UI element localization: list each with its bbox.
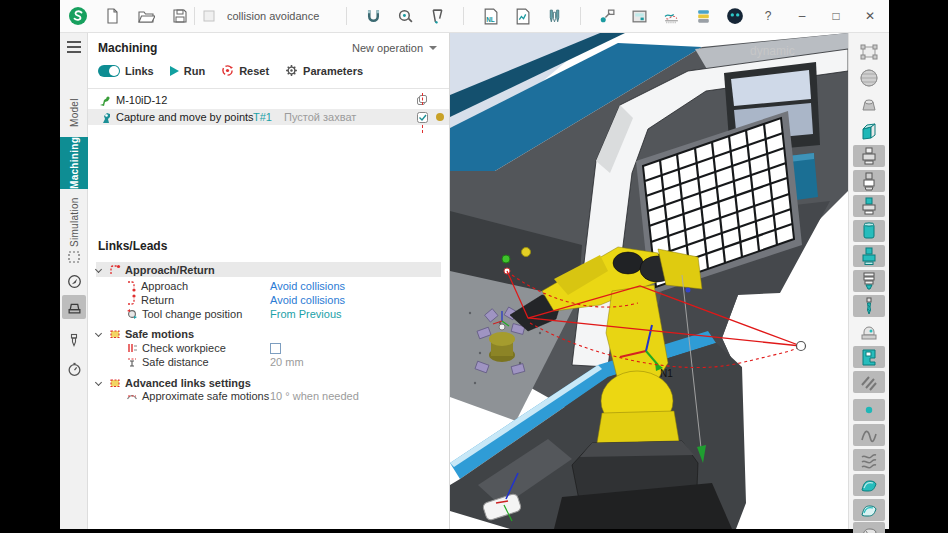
run-button[interactable]: Run <box>170 65 205 77</box>
approach-value[interactable]: Avoid collisions <box>270 280 345 292</box>
row-return[interactable]: Return Avoid collisions <box>96 293 441 307</box>
row-tool-change[interactable]: Tool change position From Previous <box>96 307 441 321</box>
group-safe-motions[interactable]: Safe motions <box>96 326 441 341</box>
advanced-links-icon <box>109 377 121 389</box>
timer-icon[interactable] <box>62 357 86 381</box>
magnet-icon[interactable] <box>363 6 383 26</box>
status-dot <box>436 113 444 121</box>
divider <box>463 7 464 25</box>
row-label: Tool change position <box>142 308 242 320</box>
geometry-toolbar <box>848 33 889 529</box>
tab-model[interactable]: Model <box>60 91 88 135</box>
viewport-scene: N1 dynamic <box>450 33 848 529</box>
reset-button[interactable]: Reset <box>221 64 269 77</box>
tool-holder-3-icon[interactable] <box>853 195 885 217</box>
surface-teal-icon[interactable] <box>853 474 885 496</box>
selection-tool-icon[interactable] <box>62 245 86 269</box>
new-document-icon[interactable] <box>102 6 122 26</box>
open-project-icon[interactable] <box>136 6 156 26</box>
tab-machining[interactable]: Machining <box>60 137 88 189</box>
row-approximate-safe-motions[interactable]: Approximate safe motions 10 ° when neede… <box>96 389 441 403</box>
approximate-motions-value[interactable]: 10 ° when needed <box>270 390 359 402</box>
operation-checkbox[interactable] <box>416 111 429 124</box>
tool-holder-4-icon[interactable] <box>853 245 885 267</box>
watermark: dynamic <box>750 44 795 58</box>
caliper-icon[interactable] <box>427 6 447 26</box>
row-label: Check workpiece <box>142 342 226 354</box>
chevron-down-icon <box>95 330 102 337</box>
svg-text:NL: NL <box>486 15 495 22</box>
parameters-button[interactable]: Parameters <box>285 64 363 77</box>
tool-holder-1-icon[interactable] <box>853 145 885 167</box>
machine-head-icon[interactable] <box>853 321 885 343</box>
chart-icon[interactable] <box>661 6 681 26</box>
close-button[interactable]: ✕ <box>859 9 881 23</box>
row-label: Approach <box>141 280 188 292</box>
surface-gray-icon[interactable] <box>853 522 885 533</box>
tool-library-icon[interactable] <box>544 6 564 26</box>
reset-label: Reset <box>239 65 269 77</box>
row-approach[interactable]: Approach Avoid collisions <box>96 279 441 293</box>
tool-holder-2-icon[interactable] <box>853 170 885 192</box>
tree-row-operation[interactable]: Capture and move by points T#1 Пустой за… <box>88 109 449 125</box>
row-check-workpiece[interactable]: Check workpiece <box>96 341 441 355</box>
layers-icon[interactable] <box>693 6 713 26</box>
compass-icon[interactable] <box>62 269 86 293</box>
row-label: Safe distance <box>142 356 209 368</box>
surface-light-icon[interactable] <box>853 499 885 521</box>
tab-simulation[interactable]: Simulation <box>60 193 88 251</box>
point-icon[interactable] <box>853 399 885 421</box>
run-label: Run <box>184 65 205 77</box>
assistant-icon[interactable] <box>725 6 745 26</box>
check-workpiece-checkbox[interactable] <box>270 343 281 354</box>
save-project-icon[interactable] <box>170 6 190 26</box>
point-label: N1 <box>660 368 673 379</box>
tooling-icon[interactable] <box>62 328 86 352</box>
new-operation-dropdown[interactable]: New operation <box>352 42 437 54</box>
machining-panel: Machining New operation Links Run Reset … <box>88 33 450 529</box>
links-toggle[interactable]: Links <box>98 65 154 77</box>
sphere-icon[interactable] <box>853 67 885 89</box>
play-icon <box>170 66 179 76</box>
tool-dome-icon[interactable] <box>853 270 885 292</box>
group-advanced-links[interactable]: Advanced links settings <box>96 375 441 390</box>
tool-cylinder-icon[interactable] <box>853 220 885 242</box>
maximize-button[interactable]: □ <box>825 9 847 23</box>
waves-icon[interactable] <box>853 449 885 471</box>
document-icon <box>199 6 219 26</box>
collision-marker-line <box>422 125 423 133</box>
machine-panel-icon[interactable] <box>629 6 649 26</box>
new-operation-label: New operation <box>352 42 423 54</box>
safe-distance-value[interactable]: 20 mm <box>270 356 304 368</box>
hatch-icon[interactable] <box>853 371 885 393</box>
row-safe-distance[interactable]: Safe distance 20 mm <box>96 355 441 369</box>
divider <box>194 7 195 25</box>
approximate-motions-icon <box>126 390 138 402</box>
drill-icon[interactable] <box>853 295 885 317</box>
report-icon[interactable] <box>512 6 532 26</box>
viewport-3d[interactable]: N1 dynamic <box>450 33 848 529</box>
cube-icon[interactable] <box>853 121 885 143</box>
menu-icon[interactable] <box>67 41 81 53</box>
cone-icon[interactable] <box>853 95 885 117</box>
app-logo-icon[interactable] <box>68 6 88 26</box>
machine-teal-icon[interactable] <box>853 346 885 368</box>
spline-icon[interactable] <box>853 424 885 446</box>
minimize-button[interactable]: – <box>791 9 813 23</box>
divider <box>88 88 449 89</box>
approach-return-icon <box>109 264 121 276</box>
workpiece-fixture-icon[interactable] <box>853 41 885 63</box>
help-button[interactable]: ? <box>757 9 779 23</box>
reset-icon <box>221 64 234 77</box>
tool-change-value[interactable]: From Previous <box>270 308 342 320</box>
group-approach-return[interactable]: Approach/Return <box>96 262 441 277</box>
tree-row-machine[interactable]: M-10iD-12 <box>88 92 449 108</box>
machine-tool-icon[interactable] <box>62 295 86 319</box>
group-label: Safe motions <box>125 328 194 340</box>
return-value[interactable]: Avoid collisions <box>270 294 345 306</box>
nc-program-icon[interactable]: NL <box>480 6 500 26</box>
connection-icon[interactable] <box>597 6 617 26</box>
measure-tape-icon[interactable] <box>395 6 415 26</box>
divider <box>346 7 347 25</box>
chevron-down-icon <box>429 46 437 50</box>
